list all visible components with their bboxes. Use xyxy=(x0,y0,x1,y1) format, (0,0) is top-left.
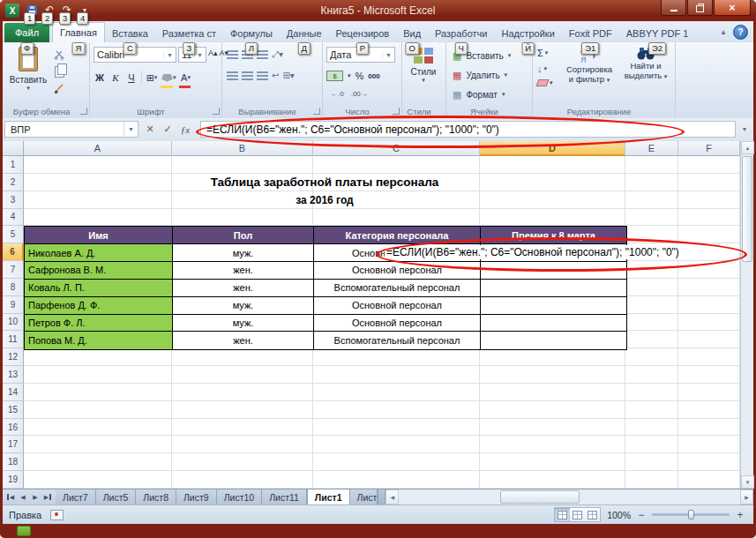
table-cell[interactable] xyxy=(481,315,626,333)
cell-B17[interactable] xyxy=(172,436,313,453)
cell-E12[interactable] xyxy=(625,348,678,366)
align-top-icon[interactable] xyxy=(227,50,238,59)
tab-Главная[interactable]: ГлавнаяЯ xyxy=(52,22,105,42)
row-header-13[interactable]: 13 xyxy=(3,366,24,384)
column-header-D[interactable]: D xyxy=(480,141,625,156)
italic-button[interactable]: К xyxy=(109,71,122,85)
dialog-launcher-icon[interactable] xyxy=(313,108,320,115)
format-painter-icon[interactable] xyxy=(54,84,64,94)
vertical-scrollbar[interactable]: ▲ ▼ xyxy=(740,141,753,489)
cell-F12[interactable] xyxy=(678,348,740,366)
cell-C13[interactable] xyxy=(313,366,480,384)
cell-B15[interactable] xyxy=(172,401,313,419)
scroll-down-icon[interactable]: ▼ xyxy=(741,475,754,489)
cell-F14[interactable] xyxy=(678,384,740,401)
autosum-button[interactable]: Σ▾ xyxy=(537,48,553,58)
cell-B13[interactable] xyxy=(172,366,313,384)
cell-C17[interactable] xyxy=(313,436,480,453)
cell-C1[interactable] xyxy=(313,156,480,174)
zoom-slider[interactable] xyxy=(652,513,730,516)
horizontal-scroll-thumb[interactable] xyxy=(500,490,580,504)
cell-D16[interactable] xyxy=(480,419,625,437)
first-sheet-icon[interactable]: ◀ xyxy=(5,491,16,503)
table-cell[interactable] xyxy=(481,332,626,349)
cell-B16[interactable] xyxy=(172,419,313,437)
decrease-decimal-icon[interactable]: .00→ xyxy=(351,90,368,98)
bold-button[interactable]: Ж xyxy=(94,71,106,85)
sheet-tab-Лист1[interactable]: Лист1 xyxy=(307,489,350,504)
cell-A16[interactable] xyxy=(24,419,172,437)
cell-D18[interactable] xyxy=(480,453,625,471)
tab-Разработчи[interactable]: РазработчиЧ xyxy=(428,24,494,42)
table-cell[interactable]: Вспомогательный персонал xyxy=(314,280,481,297)
cell-F18[interactable] xyxy=(678,453,740,471)
column-header-A[interactable]: A xyxy=(24,141,172,156)
cell-D4[interactable] xyxy=(480,209,625,227)
cell-F8[interactable] xyxy=(678,279,740,296)
cell-E18[interactable] xyxy=(625,453,678,471)
column-header-E[interactable]: E xyxy=(625,141,678,156)
comma-format-button[interactable]: 000 xyxy=(368,72,379,80)
tab-Файл[interactable]: ФайлФ xyxy=(4,23,49,42)
table-cell[interactable]: Парфенов Д. Ф. xyxy=(25,297,173,315)
cell-B1[interactable] xyxy=(172,156,313,174)
dialog-launcher-icon[interactable] xyxy=(393,108,400,115)
cell-E8[interactable] xyxy=(625,279,678,296)
sheet-tab-Лист11[interactable]: Лист11 xyxy=(262,489,307,504)
tab-Данные[interactable]: ДанныеД xyxy=(280,24,329,42)
cell-B4[interactable] xyxy=(172,209,313,227)
sheet-tab-Лист[interactable]: Лист xyxy=(350,489,378,504)
cell-E11[interactable] xyxy=(625,331,678,348)
select-all-corner[interactable] xyxy=(3,141,24,156)
tab-Надстройки[interactable]: НадстройкиЙ xyxy=(494,24,561,42)
align-right-icon[interactable] xyxy=(257,71,268,80)
tab-Вставка[interactable]: ВставкаС xyxy=(105,24,155,42)
tab-Формулы[interactable]: ФормулыЛ xyxy=(223,24,280,42)
column-header-B[interactable]: B xyxy=(172,141,313,156)
macro-record-icon[interactable] xyxy=(50,510,64,520)
clear-button[interactable]: ▾ xyxy=(537,79,553,86)
dialog-launcher-icon[interactable] xyxy=(213,108,220,115)
zoom-out-icon[interactable]: − xyxy=(637,509,646,521)
table-cell[interactable]: жен. xyxy=(173,332,314,349)
cell-D14[interactable] xyxy=(480,384,625,401)
chevron-down-icon[interactable]: ▼ xyxy=(124,122,138,137)
wrap-text-icon[interactable]: ↩ xyxy=(272,71,279,80)
vertical-scroll-thumb[interactable] xyxy=(742,156,752,262)
cell-A17[interactable] xyxy=(24,436,172,453)
normal-view-button[interactable] xyxy=(555,508,570,521)
tab-ABBYY PDF 1[interactable]: ABBYY PDF 1Э2 xyxy=(619,24,696,42)
tab-Вид[interactable]: ВидО xyxy=(396,24,428,42)
dialog-launcher-icon[interactable] xyxy=(80,108,87,115)
cell-A13[interactable] xyxy=(24,366,172,384)
table-cell[interactable]: Основной персонал xyxy=(314,315,481,333)
delete-cells-button[interactable]: ▦ Удалить ▾ xyxy=(453,67,507,83)
close-button[interactable]: × xyxy=(714,0,751,16)
table-cell[interactable] xyxy=(481,262,626,280)
row-header-3[interactable]: 3 xyxy=(3,191,24,209)
cell-D12[interactable] xyxy=(480,348,625,366)
cell-E10[interactable] xyxy=(625,314,678,332)
tab-splitter-handle[interactable] xyxy=(378,489,385,504)
table-cell[interactable]: Сафронова В. М. xyxy=(25,262,173,280)
cell-D17[interactable] xyxy=(480,436,625,453)
borders-button[interactable]: ⊞▾ xyxy=(146,71,158,85)
cell-F16[interactable] xyxy=(678,419,740,437)
cell-C4[interactable] xyxy=(313,209,480,227)
row-header-8[interactable]: 8 xyxy=(3,279,24,296)
row-header-7[interactable]: 7 xyxy=(3,261,24,279)
tab-Foxit PDF[interactable]: Foxit PDFЭ1 xyxy=(562,24,619,42)
cell-B12[interactable] xyxy=(172,348,313,366)
copy-icon[interactable] xyxy=(55,66,64,78)
table-cell[interactable]: муж. xyxy=(173,315,314,333)
sheet-tab-Лист8[interactable]: Лист8 xyxy=(136,489,176,504)
zoom-in-icon[interactable]: + xyxy=(736,509,745,521)
table-cell[interactable]: жен. xyxy=(173,280,314,297)
cell-E16[interactable] xyxy=(625,419,678,437)
insert-function-icon[interactable]: ƒx xyxy=(176,122,194,138)
cell-E4[interactable] xyxy=(625,209,678,227)
column-header-C[interactable]: C xyxy=(313,141,480,156)
table-cell[interactable]: Петров Ф. Л. xyxy=(25,315,173,333)
cell-D1[interactable] xyxy=(480,156,625,174)
row-header-18[interactable]: 18 xyxy=(3,453,24,471)
